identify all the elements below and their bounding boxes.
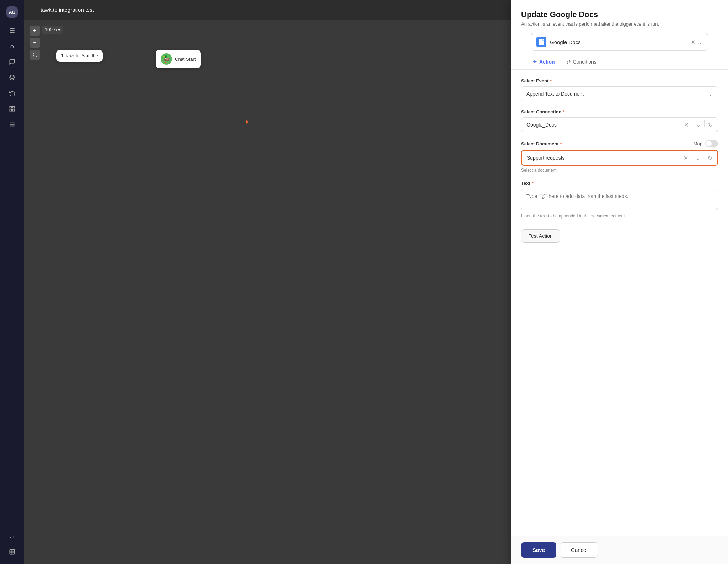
right-panel: Update Google Docs An action is an event…	[511, 0, 728, 564]
panel-tabs: ✦ Action ⇄ Conditions	[521, 55, 718, 69]
trigger-node[interactable]: 1. tawk.to: Start the	[56, 50, 103, 62]
required-star-event: *	[550, 78, 552, 84]
back-button[interactable]: ←	[30, 6, 36, 14]
sidebar-item-stack[interactable]	[6, 118, 18, 131]
select-event-chevron-icon: ⌄	[708, 91, 713, 97]
connection-clear-icon[interactable]: ✕	[682, 120, 690, 130]
cancel-button[interactable]: Cancel	[561, 542, 598, 558]
svg-rect-19	[540, 43, 542, 43]
action-tab-icon: ✦	[532, 59, 537, 65]
tab-action[interactable]: ✦ Action	[531, 55, 556, 69]
map-label: Map	[694, 141, 702, 146]
required-star-document: *	[560, 141, 562, 146]
text-field-label: Text *	[521, 181, 718, 186]
divider4	[704, 153, 704, 160]
document-chevron-icon[interactable]: ⌄	[694, 153, 702, 163]
zoom-value: 100%	[45, 27, 57, 32]
sidebar-item-hamburger[interactable]: ☰	[6, 24, 18, 37]
document-actions: ✕ ⌄ ↻	[682, 153, 714, 163]
document-clear-icon[interactable]: ✕	[682, 153, 690, 163]
conditions-tab-icon: ⇄	[566, 59, 571, 65]
text-field-group: Text * Insert the text to be appended to…	[521, 181, 718, 219]
service-name: Google Docs	[550, 39, 687, 45]
select-event-dropdown[interactable]: Append Text to Document ⌄	[521, 86, 718, 101]
svg-rect-2	[13, 106, 15, 108]
divider2	[704, 120, 705, 127]
sidebar-item-home[interactable]: ⌂	[6, 40, 18, 53]
select-document-label: Select Document *	[521, 141, 562, 146]
page-title: tawk.to integration test	[41, 7, 94, 13]
connection-actions: ✕ ⌄ ↻	[682, 120, 714, 130]
zoom-in-button[interactable]: +	[30, 26, 40, 36]
sidebar-item-chart[interactable]	[6, 530, 18, 543]
connection-chevron-icon[interactable]: ⌄	[695, 120, 702, 130]
zoom-chevron-icon: ▾	[58, 27, 60, 32]
text-input[interactable]	[521, 189, 718, 210]
canvas-toolbar: + − ⛶	[30, 26, 40, 60]
panel-footer: Save Cancel	[511, 536, 728, 564]
svg-rect-17	[540, 41, 543, 41]
document-label-row: Select Document * Map	[521, 140, 718, 147]
svg-rect-18	[540, 42, 543, 42]
select-event-value: Append Text to Document	[521, 87, 718, 101]
zoom-out-button[interactable]: −	[30, 38, 40, 48]
sidebar-item-chat[interactable]	[6, 55, 18, 68]
svg-rect-3	[10, 109, 11, 111]
panel-title: Update Google Docs	[521, 10, 718, 19]
google-docs-icon	[536, 37, 546, 47]
divider3	[692, 153, 692, 160]
save-button[interactable]: Save	[521, 542, 556, 558]
select-connection-group: Select Connection * Google_Docs ✕ ⌄ ↻	[521, 109, 718, 132]
required-star-connection: *	[563, 109, 564, 114]
select-event-group: Select Event * Append Text to Document ⌄	[521, 78, 718, 101]
fit-screen-button[interactable]: ⛶	[30, 50, 40, 60]
test-action-button[interactable]: Test Action	[521, 229, 560, 243]
panel-header: Update Google Docs An action is an event…	[511, 0, 728, 70]
svg-rect-1	[10, 106, 11, 108]
panel-body: Select Event * Append Text to Document ⌄…	[511, 70, 728, 536]
sidebar-item-layers[interactable]	[6, 71, 18, 84]
required-star-text: *	[532, 181, 534, 186]
sidebar: AU ☰ ⌂	[0, 0, 24, 564]
service-selector[interactable]: Google Docs ✕ ⌄	[531, 33, 708, 51]
chat-start-node[interactable]: 🦆 Chat Start	[156, 50, 201, 68]
connection-arrow	[230, 122, 251, 122]
divider	[692, 120, 692, 127]
select-connection-label: Select Connection *	[521, 109, 718, 114]
sidebar-item-grid[interactable]	[6, 102, 18, 115]
connection-refresh-icon[interactable]: ↻	[707, 120, 714, 130]
document-value: Support requests	[525, 151, 680, 165]
conditions-tab-label: Conditions	[573, 59, 596, 65]
document-refresh-icon[interactable]: ↻	[706, 153, 714, 163]
zoom-control[interactable]: 100% ▾	[42, 26, 63, 34]
chat-start-label: Chat Start	[175, 57, 196, 62]
select-document-group: Select Document * Map Support requests ✕…	[521, 140, 718, 173]
action-tab-label: Action	[539, 59, 555, 65]
select-event-label: Select Event *	[521, 78, 718, 84]
map-toggle[interactable]	[705, 140, 718, 147]
select-connection-dropdown[interactable]: Google_Docs ✕ ⌄ ↻	[521, 117, 718, 132]
service-close-icon[interactable]: ✕	[691, 39, 695, 45]
sidebar-item-table[interactable]	[6, 546, 18, 558]
sidebar-item-history[interactable]	[6, 87, 18, 100]
document-hint: Select a document.	[521, 168, 718, 173]
avatar[interactable]: AU	[6, 6, 18, 18]
connection-value: Google_Docs	[525, 118, 680, 132]
tab-conditions[interactable]: ⇄ Conditions	[565, 55, 598, 69]
svg-rect-11	[10, 549, 15, 554]
text-hint: Insert the text to be appended to the do…	[521, 214, 718, 219]
service-chevron-icon[interactable]: ⌄	[698, 39, 703, 45]
svg-marker-0	[10, 75, 15, 78]
select-document-dropdown[interactable]: Support requests ✕ ⌄ ↻	[521, 150, 718, 166]
chat-start-icon: 🦆	[161, 53, 172, 65]
panel-subtitle: An action is an event that is performed …	[521, 21, 718, 27]
map-toggle-container: Map	[694, 140, 718, 147]
main-canvas: ← tawk.to integration test ✕ + − ⛶ 100% …	[24, 0, 728, 564]
service-actions: ✕ ⌄	[691, 39, 703, 45]
svg-rect-4	[13, 109, 15, 111]
